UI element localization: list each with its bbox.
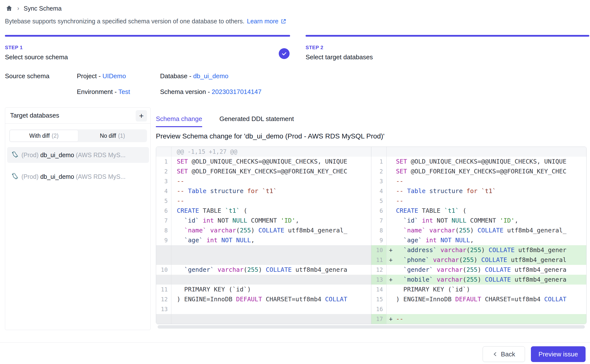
source-project-field: Project - UIDemo bbox=[77, 72, 126, 80]
diff-line: 7 `id` int NOT NULL COMMENT 'ID', bbox=[156, 216, 371, 226]
source-database-field: Database - db_ui_demo bbox=[160, 72, 229, 80]
code-text bbox=[171, 255, 371, 265]
schema-version-link[interactable]: 20230317014147 bbox=[212, 88, 262, 95]
line-number: 13 bbox=[371, 275, 387, 285]
target-databases-panel: Target databases + With diff (2)No diff … bbox=[5, 107, 151, 330]
environment-link[interactable]: Test bbox=[118, 88, 130, 95]
code-text: -- bbox=[395, 314, 586, 324]
diff-hunk-header bbox=[371, 147, 586, 157]
line-number: 17 bbox=[371, 314, 387, 324]
code-text: -- bbox=[171, 196, 371, 206]
line-number: 14 bbox=[371, 285, 387, 294]
diff-line: 13+ `mobile` varchar(255) COLLATE utf8mb… bbox=[371, 275, 586, 285]
line-number: 8 bbox=[156, 226, 171, 235]
line-number bbox=[156, 314, 171, 324]
code-text: CREATE TABLE `t1` ( bbox=[395, 206, 586, 216]
tab-schema-change[interactable]: Schema change bbox=[156, 115, 202, 127]
diff-add-marker bbox=[387, 294, 395, 304]
segment-no-diff[interactable]: No diff (1) bbox=[78, 130, 147, 142]
line-number bbox=[156, 147, 171, 157]
diff-spacer-row bbox=[156, 314, 371, 324]
code-text: -- bbox=[171, 176, 371, 186]
diff-pane-target: 1SET @OLD_UNIQUE_CHECKS=@@UNIQUE_CHECKS,… bbox=[371, 147, 586, 324]
line-number: 13 bbox=[156, 304, 171, 314]
code-text bbox=[395, 304, 586, 314]
line-number: 15 bbox=[371, 294, 387, 304]
back-button[interactable]: Back bbox=[483, 346, 525, 362]
line-number: 16 bbox=[371, 304, 387, 314]
diff-line: 14 PRIMARY KEY (`id`) bbox=[371, 285, 586, 294]
horizontal-scrollbar[interactable] bbox=[158, 325, 585, 329]
code-text: -- bbox=[395, 196, 586, 206]
page-description: Bytebase supports synchronizing a specif… bbox=[5, 18, 286, 25]
source-environment-field: Environment - Test bbox=[77, 88, 130, 96]
code-text: -- Table structure for `t1` bbox=[171, 186, 371, 196]
line-number: 10 bbox=[156, 265, 171, 275]
preview-issue-button[interactable]: Preview issue bbox=[531, 346, 586, 362]
step1-check-icon bbox=[279, 48, 290, 59]
line-number: 2 bbox=[371, 167, 387, 176]
target-database-item[interactable]: (Prod) db_ui_demo (AWS RDS MyS... bbox=[7, 169, 149, 184]
line-number bbox=[156, 255, 171, 265]
diff-add-marker bbox=[387, 235, 395, 245]
diff-add-marker bbox=[387, 265, 395, 275]
line-number: 1 bbox=[156, 157, 171, 167]
code-text: `mobile` varchar(255) COLLATE utf8mb4_ge… bbox=[395, 275, 586, 285]
code-text: `address` varchar(255) COLLATE utf8mb4_g… bbox=[395, 245, 586, 255]
line-number: 4 bbox=[156, 186, 171, 196]
line-number: 2 bbox=[156, 167, 171, 176]
diff-add-marker: + bbox=[387, 255, 395, 265]
tab-generated-ddl[interactable]: Generated DDL statement bbox=[219, 115, 294, 127]
chevron-left-icon bbox=[492, 351, 498, 357]
diff-line: 2SET @OLD_FOREIGN_KEY_CHECKS=@@FOREIGN_K… bbox=[156, 167, 371, 176]
home-icon[interactable] bbox=[5, 5, 13, 12]
code-text: CREATE TABLE `t1` ( bbox=[171, 206, 371, 216]
segment-with-diff[interactable]: With diff (2) bbox=[10, 130, 78, 142]
line-number bbox=[156, 245, 171, 255]
line-number: 7 bbox=[156, 216, 171, 226]
line-number: 5 bbox=[156, 196, 171, 206]
diff-line: 5-- bbox=[156, 196, 371, 206]
diff-line: 10+ `address` varchar(255) COLLATE utf8m… bbox=[371, 245, 586, 255]
breadcrumb: › Sync Schema bbox=[5, 3, 62, 14]
schema-diff-viewer: @@ -1,15 +1,27 @@1SET @OLD_UNIQUE_CHECKS… bbox=[156, 147, 587, 324]
code-text: `gender` varchar(255) COLLATE utf8mb4_ge… bbox=[171, 265, 371, 275]
code-text: `age` int NOT NULL, bbox=[171, 235, 371, 245]
line-number: 11 bbox=[156, 285, 171, 294]
preview-tabs: Schema changeGenerated DDL statement bbox=[156, 115, 294, 127]
line-number: 3 bbox=[156, 176, 171, 186]
hunk-header-text: @@ -1,15 +1,27 @@ bbox=[171, 147, 371, 157]
project-link[interactable]: UIDemo bbox=[102, 72, 126, 80]
target-database-list: (Prod) db_ui_demo (AWS RDS MyS...(Prod) … bbox=[7, 147, 149, 190]
diff-line: 1SET @OLD_UNIQUE_CHECKS=@@UNIQUE_CHECKS,… bbox=[371, 157, 586, 167]
diff-line: 3-- bbox=[156, 176, 371, 186]
diff-add-marker bbox=[387, 226, 395, 235]
target-database-item[interactable]: (Prod) db_ui_demo (AWS RDS MyS... bbox=[7, 147, 149, 163]
code-text bbox=[171, 245, 371, 255]
code-text: PRIMARY KEY (`id`) bbox=[171, 285, 371, 294]
step1-progress-bar bbox=[5, 35, 290, 37]
diff-add-marker: + bbox=[387, 275, 395, 285]
external-link-icon bbox=[280, 18, 286, 24]
step1-block: STEP 1 Select source schema bbox=[5, 45, 290, 68]
diff-line: 10 `gender` varchar(255) COLLATE utf8mb4… bbox=[156, 265, 371, 275]
code-text: PRIMARY KEY (`id`) bbox=[395, 285, 586, 294]
add-database-button[interactable]: + bbox=[136, 110, 147, 121]
source-schema-label: Source schema bbox=[5, 72, 49, 80]
diff-line: 7 `id` int NOT NULL COMMENT 'ID', bbox=[371, 216, 586, 226]
line-number: 1 bbox=[371, 157, 387, 167]
code-text: `gender` varchar(255) COLLATE utf8mb4_ge… bbox=[395, 265, 586, 275]
learn-more-link[interactable]: Learn more bbox=[247, 18, 286, 25]
line-number: 9 bbox=[156, 235, 171, 245]
diff-line: 12) ENGINE=InnoDB DEFAULT CHARSET=utf8mb… bbox=[156, 294, 371, 304]
step2-block: STEP 2 Select target databases bbox=[306, 45, 589, 68]
target-panel-title: Target databases bbox=[10, 112, 59, 119]
diff-line: 5-- bbox=[371, 196, 586, 206]
diff-line: 1SET @OLD_UNIQUE_CHECKS=@@UNIQUE_CHECKS,… bbox=[156, 157, 371, 167]
diff-hunk-header: @@ -1,15 +1,27 @@ bbox=[156, 147, 371, 157]
page-title: Sync Schema bbox=[24, 5, 62, 12]
database-link[interactable]: db_ui_demo bbox=[193, 72, 228, 80]
diff-line: 6CREATE TABLE `t1` ( bbox=[156, 206, 371, 216]
code-text: `id` int NOT NULL COMMENT 'ID', bbox=[395, 216, 586, 226]
diff-add-marker bbox=[387, 147, 395, 157]
